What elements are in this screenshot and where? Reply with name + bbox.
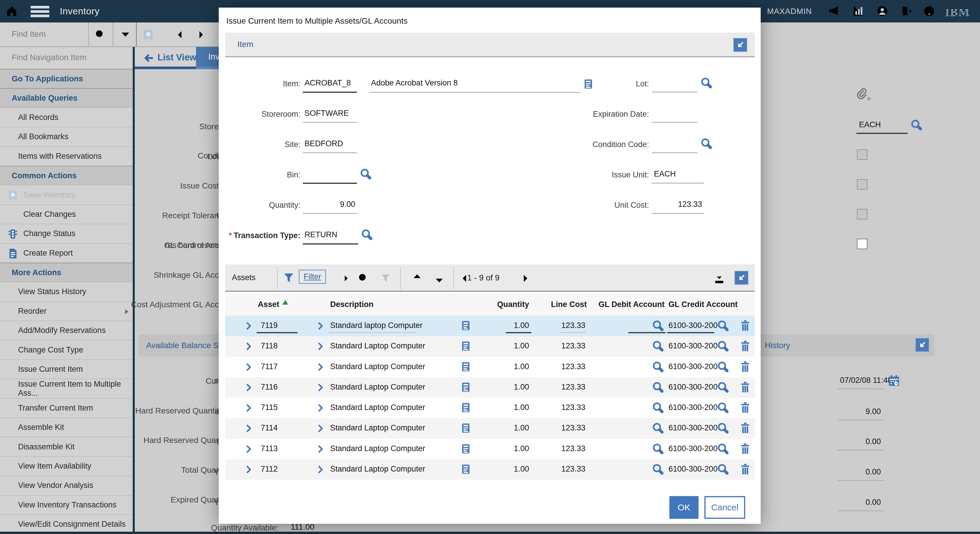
username[interactable]: MAXADMIN xyxy=(767,7,812,16)
lot-search-icon[interactable] xyxy=(700,77,713,89)
row-expand-icon[interactable] xyxy=(244,342,253,351)
expiration-date-input[interactable] xyxy=(652,122,697,123)
row-expand-icon[interactable] xyxy=(244,445,253,453)
gl-debit-search-icon[interactable] xyxy=(652,360,664,373)
sidebar-more-action-item[interactable]: Disassemble Kit xyxy=(0,437,133,456)
assets-collapse-button[interactable] xyxy=(734,271,748,285)
sidebar-more-action-item[interactable]: Issue Current Item xyxy=(0,360,133,379)
sidebar-more-action-item[interactable]: Transfer Current Item xyxy=(0,398,133,418)
description-expand-icon[interactable] xyxy=(316,465,325,474)
description-expand-icon[interactable] xyxy=(316,383,325,392)
cancel-button[interactable]: Cancel xyxy=(705,496,745,519)
description-expand-icon[interactable] xyxy=(316,342,325,351)
row-expand-icon[interactable] xyxy=(244,322,253,330)
delete-row-icon[interactable] xyxy=(739,340,751,352)
asset-row[interactable]: 7113 Standard Laptop Computer 1.00 123.3… xyxy=(225,439,755,459)
sidebar-query-item[interactable]: All Bookmarks xyxy=(0,127,133,146)
announcements-icon[interactable] xyxy=(827,5,840,18)
list-view-link[interactable]: List View xyxy=(143,52,197,63)
item-section-collapse-button[interactable] xyxy=(733,38,747,52)
calendar-icon[interactable] xyxy=(887,374,900,387)
menu-icon[interactable] xyxy=(30,6,49,17)
delete-row-icon[interactable] xyxy=(739,422,751,435)
column-quantity[interactable]: Quantity xyxy=(485,300,529,309)
sidebar-section-more-actions[interactable]: More Actions xyxy=(0,263,133,282)
gl-credit-search-icon[interactable] xyxy=(717,401,729,414)
clear-changes-icon[interactable] xyxy=(159,28,172,41)
long-description-icon[interactable] xyxy=(460,340,471,352)
description-expand-icon[interactable] xyxy=(316,322,325,330)
sidebar-more-action-item[interactable]: View Item Availability xyxy=(0,456,133,476)
gl-credit-search-icon[interactable] xyxy=(717,360,729,373)
sidebar-section-queries[interactable]: Available Queries xyxy=(0,88,133,107)
quantity-input[interactable]: 1.00 xyxy=(485,321,529,330)
asset-row[interactable]: 7114 Standard Laptop Computer 1.00 123.3… xyxy=(225,418,755,438)
help-icon[interactable] xyxy=(923,5,935,18)
gl-credit-input[interactable]: 6100-300-200 xyxy=(668,321,718,330)
gl-debit-input[interactable] xyxy=(628,332,666,333)
sidebar-more-action-item[interactable]: View Vendor Analysis xyxy=(0,476,133,495)
long-description-icon[interactable] xyxy=(460,422,471,435)
years-ago-2-value[interactable]: 0.00 xyxy=(838,498,881,507)
issue-unit-value[interactable]: EACH xyxy=(859,120,881,129)
row-expand-icon[interactable] xyxy=(244,424,253,433)
row-expand-icon[interactable] xyxy=(244,403,253,412)
storeroom-value[interactable]: SOFTWARE xyxy=(304,109,349,118)
sidebar-action-change-status[interactable]: Change Status xyxy=(0,224,133,243)
condition-code-input[interactable] xyxy=(652,152,697,153)
sidebar-more-action-item[interactable]: Reorder xyxy=(0,301,133,321)
description-expand-icon[interactable] xyxy=(316,445,325,453)
row-expand-icon[interactable] xyxy=(244,465,253,474)
gl-debit-search-icon[interactable] xyxy=(652,340,664,352)
sidebar-query-item[interactable]: All Records xyxy=(0,108,133,127)
long-description-icon[interactable] xyxy=(460,319,471,332)
quantity-value[interactable]: 9.00 xyxy=(303,200,355,209)
gl-credit-search-icon[interactable] xyxy=(717,381,729,394)
logout-icon[interactable] xyxy=(900,5,913,18)
download-icon[interactable] xyxy=(713,272,725,285)
sidebar-action-create-report[interactable]: Create Report xyxy=(0,243,133,263)
years-ago-value[interactable]: 0.00 xyxy=(838,467,881,477)
sidebar-more-action-item[interactable]: Issue Current Item to Multiple Ass... xyxy=(0,379,133,398)
item-long-description-icon[interactable] xyxy=(583,78,594,91)
transaction-type-value[interactable]: RETURN xyxy=(304,230,337,239)
sidebar-action-clear-changes[interactable]: Clear Changes xyxy=(0,204,133,224)
column-line-cost[interactable]: Line Cost xyxy=(542,300,587,309)
gl-debit-search-icon[interactable] xyxy=(652,401,664,414)
sidebar-more-action-item[interactable]: Assemble Kit xyxy=(0,418,133,437)
delete-row-icon[interactable] xyxy=(739,360,751,373)
description-expand-icon[interactable] xyxy=(316,363,325,371)
transaction-type-search-icon[interactable] xyxy=(361,228,373,241)
description-expand-icon[interactable] xyxy=(316,403,325,412)
search-icon[interactable] xyxy=(94,28,107,41)
lot-input[interactable] xyxy=(652,92,697,92)
gl-debit-search-icon[interactable] xyxy=(652,463,664,476)
description-expand-icon[interactable] xyxy=(316,424,325,433)
hard-reservation-checkbox[interactable] xyxy=(857,239,867,249)
asset-row[interactable]: 7115 Standard Laptop Computer 1.00 123.3… xyxy=(225,398,755,418)
sidebar-more-action-item[interactable]: Add/Modify Reservations xyxy=(0,321,133,340)
delete-row-icon[interactable] xyxy=(739,381,751,394)
gl-debit-search-icon[interactable] xyxy=(652,381,664,394)
asset-description[interactable]: Standard laptop Computer xyxy=(330,321,423,330)
find-item-input[interactable]: Find Item xyxy=(12,29,46,39)
home-icon[interactable] xyxy=(5,5,18,18)
profile-icon[interactable] xyxy=(876,5,889,18)
ok-button[interactable]: OK xyxy=(670,496,698,519)
delete-row-icon[interactable] xyxy=(739,401,751,414)
bin-input[interactable] xyxy=(303,183,357,184)
issue-date-value[interactable]: 07/02/08 11:48 xyxy=(840,376,892,385)
gl-debit-search-icon[interactable] xyxy=(652,319,664,332)
long-description-icon[interactable] xyxy=(460,442,471,455)
sidebar-section-common-actions[interactable]: Common Actions xyxy=(0,166,133,185)
filter-icon[interactable] xyxy=(282,271,295,284)
dialog-issue-unit-value[interactable]: EACH xyxy=(654,169,676,179)
delete-row-icon[interactable] xyxy=(739,319,751,332)
gl-credit-search-icon[interactable] xyxy=(717,463,729,476)
asset-row[interactable]: 7116 Standard Laptop Computer 1.00 123.3… xyxy=(225,377,755,398)
reports-icon[interactable] xyxy=(852,5,864,18)
filter-link[interactable]: Filter xyxy=(299,269,326,284)
long-description-icon[interactable] xyxy=(460,401,471,414)
column-gl-credit[interactable]: GL Credit Account xyxy=(668,300,738,309)
asset-row[interactable]: 7117 Standard Laptop Computer 1.00 123.3… xyxy=(225,357,755,377)
